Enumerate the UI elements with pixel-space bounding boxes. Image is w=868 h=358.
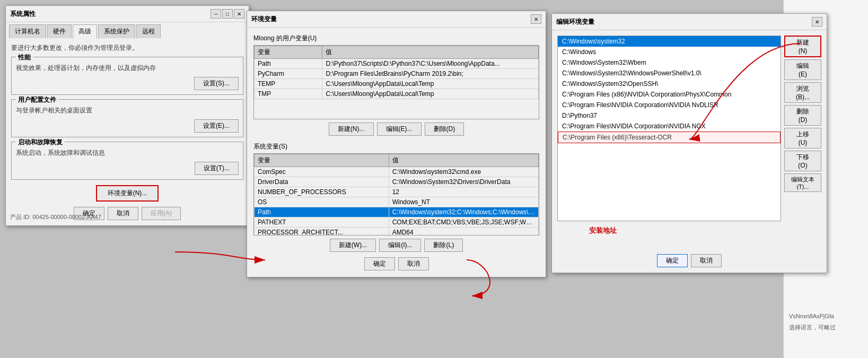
user-var-value: D:\Python37\Scripts\D:\Python37\C:\Users… (322, 59, 539, 69)
edit-env-ok-button[interactable]: 确定 (657, 254, 688, 267)
apply-button[interactable]: 应用(A) (142, 207, 181, 220)
sys-new-button[interactable]: 新建(W)... (330, 239, 376, 252)
path-item[interactable]: D:\Python37 (558, 110, 781, 121)
table-row[interactable]: ComSpec C:\Windows\system32\cmd.exe (255, 167, 539, 177)
move-up-button[interactable]: 上移(U) (784, 128, 821, 149)
edit-env-bottom-buttons: 确定 取消 (552, 254, 827, 273)
path-item[interactable]: C:\Windows\System32\OpenSSH\ (558, 78, 781, 89)
user-val-col-header: 值 (322, 46, 539, 59)
edit-env-titlebar-buttons: ✕ (812, 17, 822, 27)
product-id: 产品 ID: 00425-00000-00002-AA47 (10, 213, 101, 221)
system-properties-dialog: 系统属性 ─ □ ✕ 计算机名 硬件 高级 系统保护 远程 要进行大多数更改，你… (5, 5, 249, 226)
user-delete-button[interactable]: 删除(D) (425, 123, 464, 136)
table-row[interactable]: PROCESSOR_ARCHITECT... AMD64 (255, 228, 539, 236)
startup-recovery-settings-button[interactable]: 设置(T)... (195, 162, 239, 175)
table-row[interactable]: PyCharm D:\Program Files\JetBrains\PyCha… (255, 69, 539, 79)
system-vars-buttons: 新建(W)... 编辑(I)... 删除(L) (253, 239, 539, 252)
user-edit-button[interactable]: 编辑(E)... (377, 123, 422, 136)
table-row[interactable]: Path D:\Python37\Scripts\D:\Python37\C:\… (255, 59, 539, 69)
tab-system-protection[interactable]: 系统保护 (98, 24, 135, 38)
env-variables-button[interactable]: 环境变量(N)... (96, 185, 159, 202)
annotation-area: 安装地址 (557, 223, 781, 245)
user-var-col-header: 变量 (255, 46, 322, 59)
edit-env-content: C:\Windows\system32 C:\Windows C:\Window… (552, 30, 827, 250)
table-row[interactable]: DriverData C:\Windows\System32\Drivers\D… (255, 177, 539, 187)
table-row[interactable]: TMP C:\Users\Mloong\AppData\Local\Temp (255, 89, 539, 99)
edit-path-button[interactable]: 编辑(E) (784, 59, 821, 80)
user-vars-table-container: 变量 值 Path D:\Python37\Scripts\D:\Python3… (253, 45, 539, 119)
performance-settings-button[interactable]: 设置(S)... (194, 77, 239, 90)
sys-val-col-header: 值 (389, 154, 538, 167)
path-item[interactable]: C:\Program Files\NVIDIA Corporation\NVID… (558, 121, 781, 132)
env-ok-button[interactable]: 确定 (364, 257, 395, 270)
table-row[interactable]: PATHEXT COM;EXE;BAT;CMD;VBS;VBE;JS;JSE;W… (255, 217, 539, 228)
sys-var-name: Path (255, 207, 389, 217)
path-list-container: C:\Windows\system32 C:\Windows C:\Window… (557, 36, 781, 245)
edit-env-right-buttons: 新建(N) 编辑(E) 浏览(B)... 删除(D) 上移(U) 下移(O) 编… (784, 36, 821, 245)
path-item[interactable]: C:\Windows\system32 (558, 36, 781, 47)
env-bottom-buttons: 确定 取消 (253, 257, 539, 270)
system-vars-table-container: 变量 值 ComSpec C:\Windows\system32\cmd.exe… (253, 153, 539, 235)
sys-var-name: ComSpec (255, 167, 389, 177)
env-dialog-titlebar: 环境变量 ✕ (247, 11, 546, 28)
path-item[interactable]: C:\Windows\System32\Wbem (558, 57, 781, 68)
user-var-name: TEMP (255, 79, 322, 89)
table-row[interactable]: TEMP C:\Users\Mloong\AppData\Local\Temp (255, 79, 539, 89)
right-text-1: VsNnxn8AxPjGfa (789, 313, 863, 319)
sys-var-name: PATHEXT (255, 217, 389, 228)
performance-section: 性能 视觉效果，处理器计划，内存使用，以及虚拟内存 设置(S)... (11, 57, 243, 95)
user-profile-section: 用户配置文件 与登录帐户相关的桌面设置 设置(E)... (11, 99, 243, 137)
sys-var-col-header: 变量 (255, 154, 389, 167)
path-list[interactable]: C:\Windows\system32 C:\Windows C:\Window… (557, 36, 781, 221)
edit-text-button[interactable]: 编辑文本(T)... (784, 173, 821, 192)
user-new-button[interactable]: 新建(N)... (329, 123, 374, 136)
system-properties-title: 系统属性 (10, 10, 36, 19)
path-item[interactable]: C:\Program Files\NVIDIA Corporation\NVID… (558, 100, 781, 110)
path-item[interactable]: C:\Windows\System32\WindowsPowerShell\v1… (558, 68, 781, 78)
maximize-button[interactable]: □ (222, 9, 233, 19)
system-properties-content: 要进行大多数更改，你必须作为管理员登录。 性能 视觉效果，处理器计划，内存使用，… (6, 38, 249, 225)
move-down-button[interactable]: 下移(O) (784, 151, 821, 171)
table-row[interactable]: NUMBER_OF_PROCESSORS 12 (255, 187, 539, 197)
user-profile-desc: 与登录帐户相关的桌面设置 (16, 106, 239, 115)
close-button[interactable]: ✕ (234, 9, 244, 19)
path-item[interactable]: C:\Windows (558, 47, 781, 57)
sys-var-value: AMD64 (389, 228, 538, 236)
minimize-button[interactable]: ─ (211, 9, 221, 19)
path-item-highlighted[interactable]: C:\Program Files (x86)\Tesseract-OCR (558, 132, 781, 143)
tab-advanced[interactable]: 高级 (73, 24, 97, 39)
sys-var-value: Windows_NT (389, 197, 538, 207)
env-close-button[interactable]: ✕ (531, 14, 541, 24)
edit-env-title: 编辑环境变量 (556, 18, 594, 27)
sys-delete-button[interactable]: 删除(L) (424, 239, 463, 252)
user-var-value: C:\Users\Mloong\AppData\Local\Temp (322, 89, 539, 99)
sys-var-name: PROCESSOR_ARCHITECT... (255, 228, 389, 236)
edit-env-cancel-button[interactable]: 取消 (691, 254, 722, 267)
cancel-button[interactable]: 取消 (108, 207, 138, 220)
user-profile-label: 用户配置文件 (16, 95, 58, 104)
env-cancel-button[interactable]: 取消 (398, 257, 429, 270)
tab-computer-name[interactable]: 计算机名 (9, 24, 46, 38)
user-var-name: PyCharm (255, 69, 322, 79)
edit-env-close-button[interactable]: ✕ (812, 17, 822, 27)
sys-edit-button[interactable]: 编辑(I)... (379, 239, 421, 252)
user-var-value: D:\Program Files\JetBrains\PyCharm 2019.… (322, 69, 539, 79)
new-path-button[interactable]: 新建(N) (784, 36, 821, 57)
table-row[interactable]: OS Windows_NT (255, 197, 539, 207)
user-var-name: TMP (255, 89, 322, 99)
user-vars-table: 变量 值 Path D:\Python37\Scripts\D:\Python3… (254, 46, 539, 99)
browse-path-button[interactable]: 浏览(B)... (784, 82, 821, 103)
env-titlebar-buttons: ✕ (531, 14, 541, 24)
system-properties-titlebar: 系统属性 ─ □ ✕ (6, 6, 249, 22)
tab-hardware[interactable]: 硬件 (47, 24, 72, 38)
tab-remote[interactable]: 远程 (136, 24, 161, 38)
user-profile-settings-button[interactable]: 设置(E)... (194, 119, 239, 133)
delete-path-button[interactable]: 删除(D) (784, 105, 821, 126)
path-item[interactable]: C:\Program Files (x86)\NVIDIA Corporatio… (558, 89, 781, 100)
env-dialog-title: 环境变量 (251, 15, 277, 24)
startup-recovery-section: 启动和故障恢复 系统启动，系统故障和调试信息 设置(T)... (11, 142, 243, 180)
performance-desc: 视觉效果，处理器计划，内存使用，以及虚拟内存 (16, 64, 239, 73)
startup-recovery-label: 启动和故障恢复 (16, 138, 65, 147)
sys-var-value: C:\Windows\System32\Drivers\DriverData (389, 177, 538, 187)
table-row[interactable]: Path C:\Windows\system32;C:\Windows;C:\W… (255, 207, 539, 217)
